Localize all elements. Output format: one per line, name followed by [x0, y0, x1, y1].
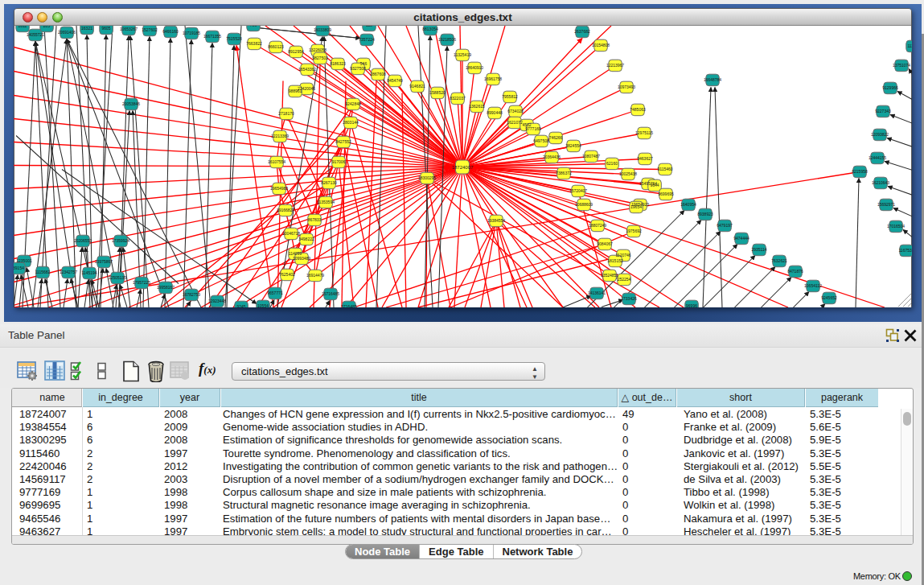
svg-text:8267130: 8267130	[321, 180, 337, 185]
svg-text:39154: 39154	[14, 266, 24, 270]
svg-text:16671355: 16671355	[203, 34, 221, 39]
svg-text:10654112: 10654112	[804, 283, 822, 288]
svg-text:19218506: 19218506	[438, 37, 456, 42]
svg-text:8912954: 8912954	[288, 49, 304, 54]
svg-text:18724007: 18724007	[452, 164, 474, 169]
svg-text:8938923: 8938923	[697, 212, 713, 216]
svg-text:9644: 9644	[650, 183, 659, 187]
svg-text:2935114: 2935114	[751, 247, 766, 252]
svg-text:2803144: 2803144	[343, 120, 359, 125]
svg-text:13524851: 13524851	[601, 273, 618, 278]
svg-text:205: 205	[43, 26, 51, 28]
svg-text:17016504: 17016504	[887, 224, 905, 229]
svg-text:1167533: 1167533	[898, 248, 912, 253]
svg-text:11353594: 11353594	[317, 200, 335, 204]
svg-text:7357224: 7357224	[359, 37, 375, 42]
svg-text:8454749: 8454749	[387, 78, 403, 83]
svg-text:1733426: 1733426	[621, 296, 637, 301]
svg-text:10154808: 10154808	[592, 43, 610, 47]
svg-text:1527602: 1527602	[142, 27, 158, 32]
svg-text:19654: 19654	[630, 204, 642, 209]
svg-text:15692971: 15692971	[877, 202, 895, 207]
svg-text:12342757: 12342757	[60, 270, 77, 274]
svg-text:10993489: 10993489	[293, 256, 310, 261]
svg-text:12923448: 12923448	[208, 299, 226, 303]
svg-text:16543362: 16543362	[298, 67, 316, 72]
svg-text:19166827: 19166827	[277, 208, 294, 212]
svg-text:16210643: 16210643	[872, 180, 889, 185]
svg-text:1235001: 1235001	[16, 258, 32, 263]
svg-text:15716485: 15716485	[322, 291, 339, 296]
svg-text:3824554: 3824554	[565, 143, 581, 148]
svg-text:16782759: 16782759	[183, 292, 200, 297]
svg-text:10688609: 10688609	[575, 202, 593, 207]
svg-text:9242848: 9242848	[345, 101, 361, 106]
svg-text:13226058: 13226058	[309, 47, 326, 52]
svg-text:9463627: 9463627	[637, 156, 653, 161]
svg-text:17359924: 17359924	[112, 238, 129, 243]
svg-text:12444155: 12444155	[869, 155, 886, 160]
svg-text:19654983: 19654983	[270, 186, 288, 191]
svg-text:7485063: 7485063	[630, 107, 646, 112]
svg-text:7955812: 7955812	[502, 94, 518, 99]
svg-text:1115682: 1115682	[35, 270, 51, 274]
svg-text:19958167: 19958167	[157, 285, 175, 290]
svg-text:7515528: 7515528	[226, 36, 242, 41]
svg-text:12975115: 12975115	[635, 130, 653, 135]
svg-text:9129966: 9129966	[882, 85, 898, 90]
svg-text:10025438: 10025438	[619, 171, 637, 176]
svg-text:8186323: 8186323	[330, 61, 346, 66]
svg-text:917006: 917006	[332, 159, 346, 164]
svg-text:7386372: 7386372	[556, 171, 572, 175]
svg-text:118: 118	[366, 26, 372, 27]
svg-text:16914479: 16914479	[306, 273, 324, 278]
svg-text:10554: 10554	[257, 303, 269, 307]
svg-text:1815152: 1815152	[607, 258, 623, 263]
svg-text:3498222: 3498222	[298, 237, 314, 241]
svg-text:9827503: 9827503	[312, 56, 328, 60]
svg-text:17957225: 17957225	[133, 280, 150, 285]
svg-text:62160: 62160	[606, 161, 618, 166]
svg-text:9699695: 9699695	[658, 192, 674, 196]
svg-text:96996: 96996	[686, 303, 697, 307]
svg-text:252254: 252254	[618, 277, 631, 282]
svg-text:16321: 16321	[81, 26, 92, 31]
svg-text:9327508: 9327508	[350, 66, 366, 71]
svg-text:13751074: 13751074	[893, 63, 910, 68]
svg-text:8215958: 8215958	[852, 169, 868, 174]
svg-text:6497508: 6497508	[533, 138, 549, 143]
svg-text:10973493: 10973493	[618, 84, 635, 89]
svg-text:10046718: 10046718	[282, 231, 300, 236]
svg-text:746266: 746266	[549, 135, 563, 140]
svg-text:23975867: 23975867	[95, 259, 113, 264]
svg-text:8427552: 8427552	[335, 139, 351, 144]
svg-text:9227343: 9227343	[875, 109, 891, 113]
svg-text:20364436: 20364436	[543, 154, 561, 159]
svg-text:11325419: 11325419	[454, 52, 471, 57]
svg-text:1588520: 1588520	[429, 90, 446, 95]
svg-text:766: 766	[250, 26, 257, 27]
svg-text:1362615: 1362615	[469, 104, 485, 109]
svg-text:16107554: 16107554	[268, 159, 285, 164]
svg-text:5716485: 5716485	[341, 304, 357, 307]
svg-text:10719185: 10719185	[183, 31, 200, 35]
svg-text:8813054: 8813054	[422, 27, 438, 31]
svg-text:9084067: 9084067	[597, 241, 613, 246]
svg-text:867833: 867833	[308, 217, 322, 222]
svg-text:8471876: 8471876	[787, 269, 803, 274]
svg-text:1975692: 1975692	[626, 229, 642, 233]
svg-text:18300295: 18300295	[418, 175, 436, 180]
svg-text:988961: 988961	[289, 89, 302, 93]
svg-text:1621072: 1621072	[507, 120, 523, 125]
svg-text:1120746: 1120746	[615, 253, 630, 257]
svg-text:18640910: 18640910	[466, 65, 483, 70]
svg-text:14136141: 14136141	[588, 290, 606, 295]
svg-text:1811: 1811	[18, 26, 27, 28]
svg-text:1640954: 1640954	[680, 202, 696, 207]
svg-text:2718170: 2718170	[278, 111, 294, 116]
svg-text:15720407: 15720407	[569, 188, 587, 193]
svg-text:18807249: 18807249	[589, 223, 606, 228]
svg-text:12505135: 12505135	[109, 275, 126, 280]
svg-text:7625402: 7625402	[279, 272, 295, 277]
svg-text:12093822: 12093822	[871, 132, 889, 137]
